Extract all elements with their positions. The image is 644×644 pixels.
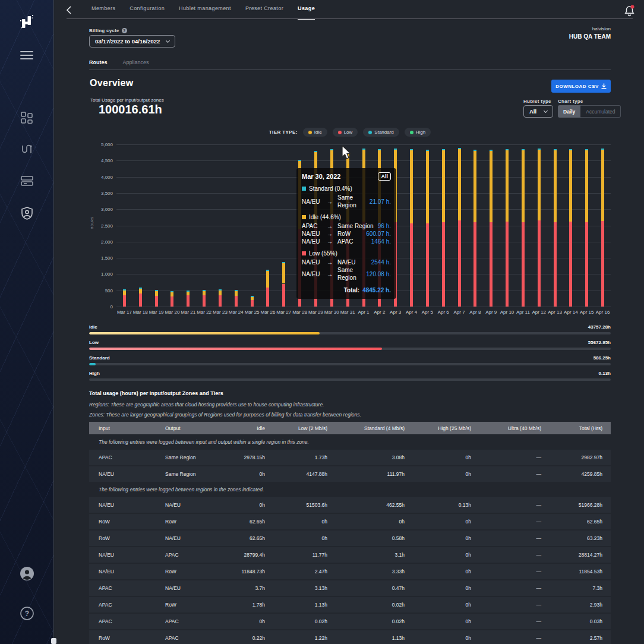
- bar-standard[interactable]: [235, 290, 238, 291]
- bar-standard[interactable]: [458, 148, 461, 149]
- bar-idle[interactable]: [569, 150, 572, 222]
- bar-standard[interactable]: [410, 149, 413, 150]
- bar-standard[interactable]: [123, 289, 126, 291]
- bar-idle[interactable]: [554, 150, 557, 222]
- bar-idle[interactable]: [123, 291, 126, 295]
- bar-idle[interactable]: [585, 150, 588, 222]
- billing-help-icon[interactable]: ?: [122, 28, 127, 33]
- bar-standard[interactable]: [426, 150, 429, 151]
- bar-idle[interactable]: [155, 291, 158, 296]
- bar-standard[interactable]: [522, 149, 525, 150]
- admin-shield-icon[interactable]: [0, 207, 53, 220]
- back-chevron-icon[interactable]: [65, 6, 74, 14]
- bar-standard[interactable]: [442, 149, 445, 150]
- routes-icon[interactable]: [0, 144, 53, 156]
- bar-low[interactable]: [171, 296, 173, 307]
- bar-low[interactable]: [187, 295, 190, 307]
- help-icon[interactable]: ?: [0, 607, 53, 620]
- legend-pill-idle[interactable]: Idle: [303, 128, 327, 137]
- bar-standard[interactable]: [378, 149, 381, 150]
- bar-low[interactable]: [251, 300, 254, 307]
- bar-standard[interactable]: [473, 150, 476, 151]
- bar-standard[interactable]: [155, 290, 158, 291]
- bar-standard[interactable]: [314, 151, 317, 152]
- bar-standard[interactable]: [187, 291, 190, 292]
- bar-standard[interactable]: [171, 291, 173, 292]
- bar-standard[interactable]: [490, 150, 493, 151]
- bar-idle[interactable]: [251, 297, 254, 300]
- bar-idle[interactable]: [282, 263, 285, 283]
- bar-low[interactable]: [601, 221, 604, 307]
- hublets-server-icon[interactable]: [0, 176, 53, 186]
- bar-standard[interactable]: [506, 149, 509, 150]
- bar-idle[interactable]: [171, 292, 173, 296]
- hublet-type-select[interactable]: All: [523, 105, 553, 118]
- scrollbar-thumb[interactable]: [51, 638, 56, 644]
- bar-standard[interactable]: [554, 149, 557, 150]
- chart-type-accumulated[interactable]: Accumulated: [580, 105, 621, 118]
- bar-standard[interactable]: [282, 262, 285, 263]
- bar-low[interactable]: [506, 222, 509, 307]
- legend-pill-low[interactable]: Low: [333, 128, 358, 137]
- bar-standard[interactable]: [139, 288, 142, 289]
- bar-low[interactable]: [266, 288, 269, 307]
- bar-standard[interactable]: [585, 149, 588, 150]
- bar-standard[interactable]: [219, 289, 222, 291]
- bar-idle[interactable]: [458, 149, 461, 221]
- bar-low[interactable]: [219, 295, 222, 307]
- tab-usage[interactable]: Usage: [298, 5, 315, 20]
- bar-standard[interactable]: [266, 270, 269, 271]
- bar-idle[interactable]: [266, 271, 269, 287]
- bar-low[interactable]: [203, 295, 206, 307]
- bar-idle[interactable]: [187, 292, 190, 296]
- user-avatar-icon[interactable]: [0, 566, 53, 581]
- tab-configuration[interactable]: Configuration: [130, 5, 165, 20]
- bar-low[interactable]: [585, 222, 588, 307]
- bar-low[interactable]: [442, 222, 445, 307]
- bar-low[interactable]: [522, 222, 525, 307]
- bar-idle[interactable]: [522, 150, 525, 222]
- bar-standard[interactable]: [203, 290, 206, 291]
- bar-low[interactable]: [235, 296, 238, 307]
- bar-standard[interactable]: [298, 160, 301, 161]
- bar-idle[interactable]: [235, 291, 238, 296]
- bar-standard[interactable]: [538, 149, 541, 150]
- bar-idle[interactable]: [473, 151, 476, 222]
- bar-low[interactable]: [123, 295, 126, 307]
- legend-pill-high[interactable]: High: [405, 128, 431, 137]
- notification-bell-icon[interactable]: [624, 5, 636, 17]
- bar-low[interactable]: [473, 222, 476, 307]
- bar-low[interactable]: [426, 223, 429, 307]
- bar-low[interactable]: [538, 220, 541, 307]
- legend-pill-standard[interactable]: Standard: [363, 128, 399, 137]
- bar-idle[interactable]: [410, 150, 413, 223]
- bar-low[interactable]: [155, 296, 158, 307]
- bar-low[interactable]: [282, 284, 285, 307]
- tab-preset-creator[interactable]: Preset Creator: [245, 5, 283, 20]
- bar-low[interactable]: [410, 223, 413, 307]
- bar-idle[interactable]: [506, 150, 509, 222]
- bar-standard[interactable]: [330, 149, 333, 150]
- bar-standard[interactable]: [569, 149, 572, 150]
- bar-idle[interactable]: [203, 291, 206, 295]
- billing-cycle-select[interactable]: 03/17/2022 to 04/16/2022: [89, 35, 175, 48]
- bar-low[interactable]: [139, 293, 142, 307]
- bar-idle[interactable]: [139, 289, 142, 294]
- bar-standard[interactable]: [601, 149, 604, 150]
- bar-idle[interactable]: [219, 291, 222, 295]
- bar-low[interactable]: [554, 222, 557, 307]
- bar-low[interactable]: [458, 220, 461, 307]
- bar-standard[interactable]: [394, 149, 397, 150]
- dashboard-grid-icon[interactable]: [0, 112, 53, 124]
- chart-type-daily[interactable]: Daily: [558, 105, 580, 118]
- bar-low[interactable]: [569, 222, 572, 307]
- bar-idle[interactable]: [442, 150, 445, 222]
- hamburger-menu-icon[interactable]: [0, 50, 53, 60]
- haivision-logo-icon[interactable]: [0, 14, 53, 30]
- bar-idle[interactable]: [538, 150, 541, 220]
- bar-idle[interactable]: [490, 151, 493, 222]
- bar-standard[interactable]: [362, 149, 365, 150]
- bar-low[interactable]: [490, 222, 493, 307]
- tab-members[interactable]: Members: [91, 5, 115, 20]
- tab-hublet-management[interactable]: Hublet management: [179, 5, 231, 20]
